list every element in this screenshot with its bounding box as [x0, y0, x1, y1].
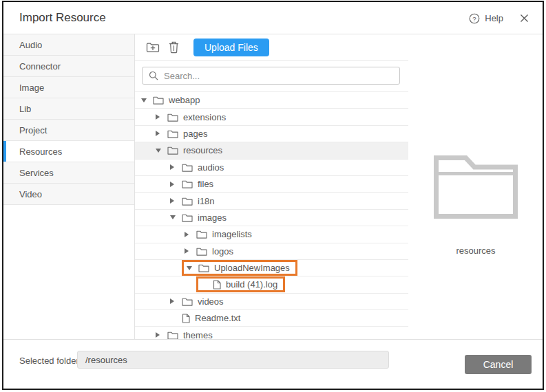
- tree-row[interactable]: extensions: [135, 109, 408, 125]
- caret-right-icon[interactable]: [156, 332, 165, 338]
- caret-right-icon[interactable]: [170, 198, 180, 204]
- tree-row-content: i18n: [170, 196, 215, 206]
- folder-icon: [153, 96, 164, 105]
- tree-row-label: Readme.txt: [195, 313, 240, 323]
- tree-row[interactable]: videos: [135, 294, 408, 310]
- screen: Import Resource ? Help AudioConnectorIma…: [0, 0, 546, 392]
- file-tree: webapp extensions pages resources audios…: [135, 91, 408, 339]
- tree-row-content: webapp: [141, 95, 200, 105]
- folder-icon: [182, 197, 193, 206]
- tree-row[interactable]: build (41).log: [135, 276, 408, 293]
- folder-icon: [198, 263, 209, 272]
- sidebar-item-video[interactable]: Video: [3, 184, 134, 205]
- sidebar-item-services[interactable]: Services: [3, 162, 134, 184]
- dialog-footer: Selected folder: Cancel: [3, 339, 543, 389]
- sidebar-item-project[interactable]: Project: [3, 120, 134, 141]
- tree-row[interactable]: themes: [135, 327, 408, 339]
- help-label: Help: [485, 13, 503, 23]
- upload-files-button[interactable]: Upload Files: [193, 39, 269, 56]
- caret-right-icon[interactable]: [185, 232, 194, 237]
- sidebar-item-label: Video: [19, 189, 42, 199]
- sidebar-item-lib[interactable]: Lib: [3, 98, 134, 120]
- folder-icon: [167, 331, 178, 339]
- new-folder-icon: [146, 41, 160, 53]
- tree-row[interactable]: logos: [135, 243, 408, 260]
- caret-right-icon[interactable]: [170, 298, 180, 304]
- tree-row-content: Readme.txt: [170, 313, 240, 323]
- tree-row[interactable]: imagelists: [135, 226, 408, 243]
- caret-right-icon[interactable]: [156, 131, 165, 136]
- caret-right-icon[interactable]: [170, 164, 180, 170]
- tree-row-label: pages: [183, 129, 207, 139]
- tree-row-label: UploadNewImages: [214, 263, 290, 273]
- preview-folder-name: resources: [456, 246, 495, 256]
- sidebar-item-connector[interactable]: Connector: [3, 56, 134, 77]
- sidebar-item-label: Audio: [19, 40, 42, 50]
- tree-row-label: build (41).log: [226, 279, 277, 290]
- help-button[interactable]: ? Help: [469, 13, 503, 24]
- help-icon: ?: [469, 13, 480, 24]
- sidebar-item-label: Project: [19, 125, 47, 135]
- tree-row-content: images: [170, 213, 227, 223]
- folder-icon: [167, 113, 178, 122]
- tree-row-label: extensions: [183, 112, 226, 122]
- tree-row[interactable]: files: [135, 176, 408, 193]
- tree-row[interactable]: pages: [135, 126, 408, 142]
- sidebar-item-label: Services: [19, 168, 54, 178]
- file-browser-panel: Upload Files webapp extensions pages res…: [135, 34, 408, 339]
- folder-icon: [167, 146, 178, 155]
- caret-down-icon[interactable]: [141, 98, 151, 102]
- tree-row[interactable]: Readme.txt: [135, 310, 408, 327]
- dialog-title: Import Resource: [19, 11, 106, 25]
- tree-row-label: videos: [198, 296, 224, 307]
- tree-row-content: extensions: [156, 112, 226, 122]
- sidebar-item-image[interactable]: Image: [3, 77, 134, 98]
- folder-icon: [196, 230, 207, 239]
- svg-text:?: ?: [473, 14, 476, 22]
- search-input[interactable]: [164, 71, 393, 81]
- sidebar-item-label: Resources: [19, 146, 62, 157]
- tree-row-label: themes: [183, 330, 213, 339]
- toolbar: Upload Files: [135, 34, 408, 61]
- selected-folder-label: Selected folder:: [19, 356, 81, 366]
- folder-icon: [182, 179, 193, 188]
- tree-row-content: audios: [170, 162, 224, 173]
- caret-right-icon[interactable]: [185, 248, 194, 254]
- file-icon: [213, 280, 221, 290]
- caret-down-icon[interactable]: [156, 149, 165, 153]
- new-folder-button[interactable]: [146, 41, 160, 53]
- caret-right-icon[interactable]: [156, 114, 165, 120]
- sidebar-item-audio[interactable]: Audio: [3, 34, 134, 56]
- highlight-box: UploadNewImages: [182, 260, 297, 276]
- sidebar: AudioConnectorImageLibProjectResourcesSe…: [3, 34, 135, 339]
- tree-row[interactable]: images: [135, 210, 408, 226]
- tree-row-content: imagelists: [185, 229, 252, 239]
- tree-row[interactable]: UploadNewImages: [135, 260, 408, 276]
- tree-row-label: files: [198, 179, 213, 189]
- caret-down-icon[interactable]: [187, 266, 196, 270]
- caret-right-icon[interactable]: [170, 182, 180, 187]
- tree-row-content: resources: [156, 145, 222, 155]
- tree-row[interactable]: webapp: [135, 92, 408, 109]
- tree-row-label: imagelists: [212, 229, 252, 239]
- tree-row-label: images: [198, 213, 227, 223]
- sidebar-item-label: Image: [19, 83, 44, 93]
- preview-panel: resources: [409, 34, 543, 339]
- tree-row[interactable]: resources: [135, 142, 408, 159]
- folder-icon: [167, 129, 178, 138]
- search-box[interactable]: [142, 67, 400, 85]
- tree-row[interactable]: i18n: [135, 193, 408, 209]
- selected-folder-field[interactable]: [77, 351, 389, 369]
- sidebar-item-resources[interactable]: Resources: [3, 141, 134, 162]
- close-button[interactable]: [520, 14, 529, 23]
- tree-row[interactable]: audios: [135, 160, 408, 176]
- folder-icon: [182, 213, 193, 222]
- folder-icon: [196, 247, 207, 256]
- sidebar-item-label: Connector: [19, 61, 61, 72]
- tree-row-label: audios: [198, 162, 224, 173]
- tree-row-content: pages: [156, 129, 207, 139]
- tree-row-label: webapp: [169, 95, 200, 105]
- delete-button[interactable]: [169, 41, 179, 54]
- caret-down-icon[interactable]: [170, 215, 180, 219]
- cancel-button[interactable]: Cancel: [465, 355, 532, 374]
